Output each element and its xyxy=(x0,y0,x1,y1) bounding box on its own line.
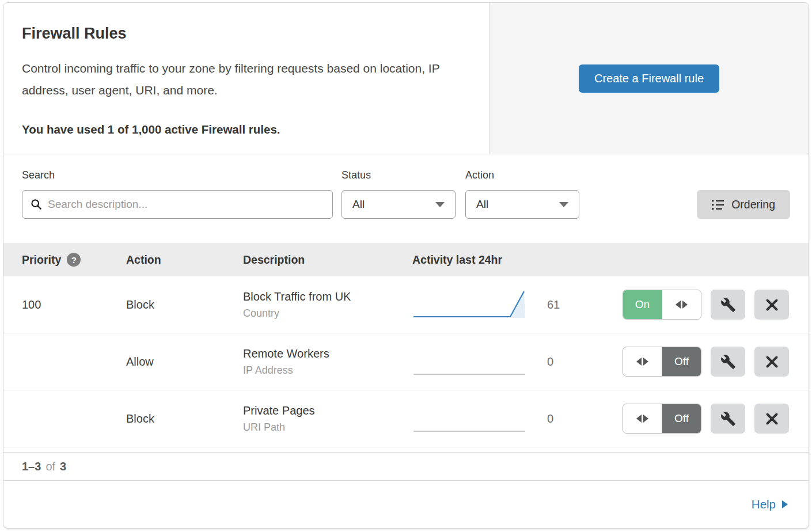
search-input[interactable] xyxy=(48,198,324,211)
filters-bar: Search Status All Action All xyxy=(3,154,809,243)
toggle-off-label: Off xyxy=(662,347,701,376)
close-icon xyxy=(765,355,779,368)
header-action-panel: Create a Firewall rule xyxy=(489,3,809,154)
search-label: Search xyxy=(22,169,342,181)
firewall-rules-card: Firewall Rules Control incoming traffic … xyxy=(3,2,809,529)
column-header-priority: Priority ? xyxy=(3,253,108,267)
table-header-row: Priority ? Action Description Activity l… xyxy=(3,243,809,276)
rule-enabled-toggle[interactable]: Off xyxy=(623,404,701,434)
edit-rule-button[interactable] xyxy=(711,347,745,377)
action-selected-value: All xyxy=(476,198,488,211)
list-icon xyxy=(712,199,724,210)
page-title: Firewall Rules xyxy=(22,25,461,43)
toggle-handle-icon xyxy=(623,404,662,433)
help-link-label: Help xyxy=(752,497,776,511)
row-controls: On xyxy=(623,290,809,320)
table-row: 100 Block Block Traffic from UK Country … xyxy=(3,276,809,333)
status-filter-group: Status All xyxy=(342,169,465,219)
activity-sparkline xyxy=(412,288,528,321)
wrench-icon xyxy=(720,354,736,370)
action-filter-group: Action All xyxy=(465,169,589,219)
pagination-range: 1–3 xyxy=(22,460,41,473)
wrench-icon xyxy=(720,297,736,313)
page-description: Control incoming traffic to your zone by… xyxy=(22,58,461,101)
ordering-button[interactable]: Ordering xyxy=(697,190,790,219)
rule-match-type: IP Address xyxy=(243,364,394,377)
rules-table: Priority ? Action Description Activity l… xyxy=(3,243,809,447)
table-row: Block Private Pages URI Path 0 Off xyxy=(3,390,809,447)
table-row: Allow Remote Workers IP Address 0 Off xyxy=(3,333,809,390)
chevron-down-icon xyxy=(559,202,568,207)
status-selected-value: All xyxy=(352,198,365,211)
pagination-of: of xyxy=(45,460,55,473)
column-header-action: Action xyxy=(108,253,225,267)
rule-enabled-toggle[interactable]: Off xyxy=(623,347,701,377)
description-cell: Remote Workers IP Address xyxy=(225,347,394,377)
close-icon xyxy=(765,412,779,425)
help-link[interactable]: Help xyxy=(752,497,788,511)
delete-rule-button[interactable] xyxy=(754,290,789,320)
row-controls: Off xyxy=(623,404,809,434)
status-select[interactable]: All xyxy=(342,190,456,219)
activity-sparkline xyxy=(412,345,528,378)
rule-match-type: Country xyxy=(243,307,394,320)
action-cell: Block xyxy=(108,298,225,311)
action-select[interactable]: All xyxy=(465,190,579,219)
close-icon xyxy=(765,298,779,311)
pagination-bar: 1–3 of 3 xyxy=(3,452,809,481)
activity-cell: 0 xyxy=(394,402,623,435)
rule-description: Block Traffic from UK xyxy=(243,290,394,303)
pagination-total: 3 xyxy=(60,460,66,473)
column-header-description: Description xyxy=(225,253,394,267)
row-controls: Off xyxy=(623,347,809,377)
header-text-block: Firewall Rules Control incoming traffic … xyxy=(3,3,489,154)
activity-cell: 0 xyxy=(394,345,623,378)
edit-rule-button[interactable] xyxy=(711,404,745,434)
activity-value: 0 xyxy=(547,355,553,368)
priority-help-icon[interactable]: ? xyxy=(67,253,81,267)
right-arrow-icon xyxy=(782,500,788,508)
toggle-handle-icon xyxy=(623,347,662,376)
action-cell: Block xyxy=(108,412,225,425)
priority-cell: 100 xyxy=(3,298,108,311)
wrench-icon xyxy=(720,411,736,427)
activity-value: 61 xyxy=(547,298,560,311)
activity-sparkline xyxy=(412,402,528,435)
ordering-button-label: Ordering xyxy=(731,198,775,211)
toggle-off-label: Off xyxy=(662,404,701,433)
rule-description: Private Pages xyxy=(243,404,394,417)
description-cell: Block Traffic from UK Country xyxy=(225,290,394,320)
rule-enabled-toggle[interactable]: On xyxy=(623,290,701,320)
usage-note: You have used 1 of 1,000 active Firewall… xyxy=(22,123,461,136)
column-header-activity: Activity last 24hr xyxy=(394,253,623,267)
header-section: Firewall Rules Control incoming traffic … xyxy=(3,3,809,154)
status-label: Status xyxy=(342,169,465,181)
action-cell: Allow xyxy=(108,355,225,368)
activity-value: 0 xyxy=(547,412,553,425)
create-firewall-rule-button[interactable]: Create a Firewall rule xyxy=(579,64,719,93)
activity-cell: 61 xyxy=(394,288,623,321)
search-filter-group: Search xyxy=(22,169,342,219)
chevron-down-icon xyxy=(435,202,445,207)
toggle-on-label: On xyxy=(623,290,662,319)
description-cell: Private Pages URI Path xyxy=(225,404,394,434)
edit-rule-button[interactable] xyxy=(711,290,745,320)
delete-rule-button[interactable] xyxy=(754,404,789,434)
toggle-handle-icon xyxy=(662,290,701,319)
search-box[interactable] xyxy=(22,190,333,219)
rule-match-type: URI Path xyxy=(243,421,394,434)
search-icon xyxy=(31,199,42,210)
rule-description: Remote Workers xyxy=(243,347,394,360)
delete-rule-button[interactable] xyxy=(754,347,789,377)
action-label: Action xyxy=(465,169,589,181)
help-bar: Help xyxy=(3,481,809,528)
